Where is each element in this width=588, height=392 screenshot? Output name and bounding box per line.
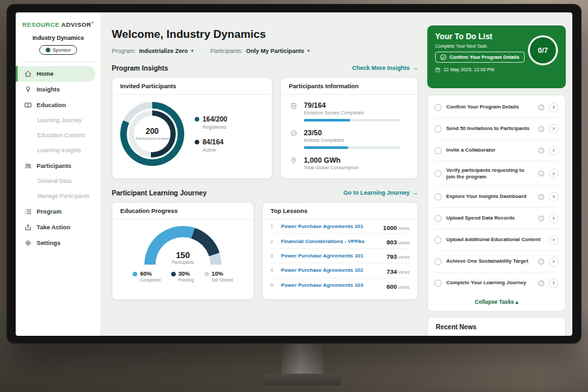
chevron-right-icon[interactable]: › — [549, 235, 559, 245]
chevron-right-icon[interactable]: › — [549, 146, 559, 155]
sidebar-item-home[interactable]: Home — [16, 66, 95, 82]
sidebar-item-general-data[interactable]: General Data — [16, 174, 101, 189]
legend-item-registered: 164/200 Registered — [195, 115, 227, 130]
task-row-upload-educational-content[interactable]: Upload Additional Educational Content › — [434, 229, 559, 251]
logo-primary: RESOURCE — [22, 21, 59, 28]
next-task-pill[interactable]: ✓ Confirm Your Program Details — [435, 52, 525, 63]
program-filter-value: Industrialize Zero — [139, 48, 188, 54]
task-row-explore-insights[interactable]: Explore Your Insights Dashboard i › — [434, 186, 559, 208]
actions-progress-bar — [304, 146, 400, 149]
task-checkbox[interactable] — [434, 147, 442, 154]
todo-summary-card: Your To Do List Complete Your Next Task:… — [427, 25, 566, 88]
lesson-rank: 1 — [270, 224, 276, 229]
sidebar-item-learning-insights[interactable]: Learning Insights — [16, 143, 101, 158]
lesson-link[interactable]: Financial Considerations - VPPAs — [281, 238, 382, 244]
sidebar-item-settings[interactable]: Settings — [16, 235, 95, 251]
chevron-right-icon[interactable]: › — [549, 103, 559, 112]
sidebar-item-education[interactable]: Education — [16, 97, 95, 113]
chevron-right-icon[interactable]: › — [549, 278, 559, 288]
legend-label: Pending — [178, 278, 194, 282]
info-icon: i — [538, 280, 544, 286]
app-logo: RESOURCE ADVISOR+ — [16, 20, 101, 28]
legend-label: Not Started — [212, 278, 233, 282]
lesson-views-unit: views — [398, 270, 410, 274]
task-checkbox[interactable] — [434, 193, 442, 201]
lesson-rank: 5 — [270, 283, 276, 287]
go-to-learning-journey-link[interactable]: Go to Learning Journey → — [343, 189, 418, 196]
task-checkbox[interactable] — [434, 170, 442, 177]
sidebar-item-learning-journey[interactable]: Learning Journey — [16, 113, 101, 128]
legend-item-active: 84/164 Active — [195, 138, 227, 153]
lesson-row: 3 Power Purchase Agreements 101 793views — [270, 249, 410, 263]
stat-label: Emission Survey Completed — [304, 110, 400, 116]
recent-news-card: Recent News — [427, 317, 566, 336]
location-pin-icon — [290, 157, 298, 171]
sidebar-item-manage-participants[interactable]: Manage Participants — [16, 189, 101, 204]
sidebar-item-program[interactable]: Program — [16, 204, 95, 220]
task-row-achieve-target[interactable]: Achieve One Sustainability Target i › — [434, 251, 559, 272]
task-row-verify-participants[interactable]: Verify participants requesting to join t… — [434, 161, 559, 186]
next-task-label: Confirm Your Program Details — [449, 54, 519, 60]
page-title: Welcome, Industry Dynamics — [112, 28, 418, 41]
progress-fill — [304, 146, 348, 149]
info-icon: i — [538, 194, 544, 200]
task-checkbox[interactable] — [434, 104, 442, 111]
task-checkbox[interactable] — [434, 237, 442, 244]
sponsor-badge[interactable]: Sponsor — [39, 45, 78, 55]
chevron-right-icon[interactable]: › — [549, 214, 559, 223]
chevron-right-icon[interactable]: › — [549, 192, 559, 202]
card-title: Top Lessons — [263, 203, 417, 220]
lesson-link[interactable]: Power Purchase Agreements 101 — [281, 223, 378, 229]
task-checkbox[interactable] — [434, 280, 442, 287]
lesson-link[interactable]: Power Purchase Agreements 102 — [281, 267, 382, 273]
top-lessons-card: Top Lessons 1 Power Purchase Agreements … — [262, 202, 418, 300]
program-filter[interactable]: Program: Industrialize Zero ▾ — [112, 48, 193, 54]
sidebar-item-take-action[interactable]: Take Action — [16, 220, 95, 235]
gauge-center-value: 150 — [144, 250, 221, 260]
stat-value: 1,000 GWh — [304, 156, 359, 164]
task-label: Achieve One Sustainability Target — [446, 258, 534, 265]
stat-actions-completed: 23/50 Actions Completed — [290, 129, 408, 149]
chevron-right-icon[interactable]: › — [549, 169, 559, 178]
task-row-upload-spend-data[interactable]: Upload Spend Data Records i › — [434, 208, 559, 229]
stat-emission-survey: 79/164 Emission Survey Completed — [290, 101, 408, 122]
lesson-link[interactable]: Power Purchase Agreements 103 — [281, 282, 382, 288]
info-icon: i — [538, 148, 544, 154]
task-row-invite-collaborator[interactable]: Invite a Collaborator i › — [434, 140, 559, 161]
card-title: Invited Participants — [112, 78, 272, 95]
program-filter-label: Program: — [112, 48, 136, 54]
legend-value: 164/200 — [203, 115, 227, 123]
legend-label: Active — [203, 147, 227, 153]
education-gauge: 150 Participants — [144, 226, 221, 265]
task-checkbox[interactable] — [434, 258, 442, 265]
chevron-right-icon[interactable]: › — [549, 124, 559, 134]
check-more-insights-link[interactable]: Check More Insights → — [352, 65, 418, 71]
people-icon — [24, 162, 32, 170]
task-checkbox[interactable] — [434, 215, 442, 222]
legend-pct: 10% — [212, 270, 223, 277]
lesson-link[interactable]: Power Purchase Agreements 101 — [281, 253, 382, 259]
task-row-confirm-program[interactable]: Confirm Your Program Details i › — [434, 97, 559, 118]
info-icon: i — [538, 171, 544, 176]
sidebar-item-insights[interactable]: Insights — [16, 82, 95, 97]
task-row-complete-learning-journey[interactable]: Complete Your Learning Journey i › — [434, 272, 559, 293]
sidebar-item-education-content[interactable]: Education Content — [16, 128, 101, 143]
chevron-right-icon[interactable]: › — [549, 257, 559, 267]
donut-center: 200 Participants Invited — [134, 116, 171, 152]
stat-label: Total Global Consumption — [304, 165, 359, 171]
collapse-tasks-button[interactable]: Collapse Tasks ▴ — [434, 293, 559, 311]
sidebar-divider — [21, 61, 95, 62]
sidebar-item-label: Education — [37, 102, 66, 108]
legend-value: 84/164 — [203, 138, 223, 146]
task-row-send-invitations[interactable]: Send 50 Invitations to Participants i › — [434, 118, 559, 140]
sidebar-item-participants[interactable]: Participants — [16, 158, 95, 174]
section-title: Participant Learning Journey — [112, 189, 206, 197]
lesson-views-unit: views — [398, 226, 410, 231]
monitor-bezel: RESOURCE ADVISOR+ Industry Dynamics Spon… — [7, 4, 581, 344]
participants-filter[interactable]: Participants: Only My Participants ▾ — [210, 48, 310, 54]
recent-news-title: Recent News — [436, 323, 476, 331]
desk-background: RESOURCE ADVISOR+ Industry Dynamics Spon… — [0, 0, 588, 392]
task-checkbox[interactable] — [434, 125, 442, 133]
invited-donut: 200 Participants Invited — [120, 102, 184, 166]
legend-pct: 30% — [178, 270, 190, 277]
